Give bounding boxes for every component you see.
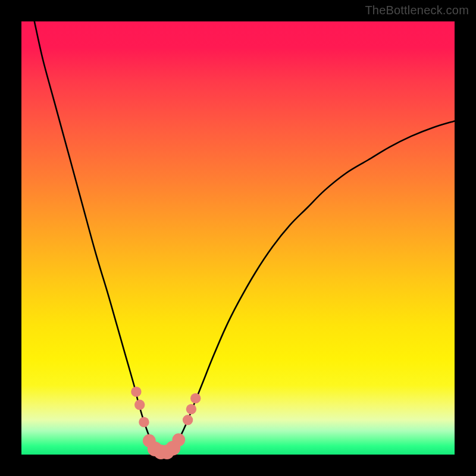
curve-marker (131, 387, 141, 397)
curve-marker (186, 404, 196, 414)
chart-plot-area (21, 21, 455, 455)
curve-marker (134, 400, 145, 410)
chart-svg (21, 21, 455, 455)
curve-markers (131, 387, 201, 459)
curve-marker (190, 393, 201, 403)
curve-marker (183, 415, 193, 425)
curve-line (35, 21, 455, 453)
curve-marker (139, 417, 149, 427)
watermark-text: TheBottleneck.com (365, 4, 469, 17)
chart-frame: TheBottleneck.com (0, 0, 476, 476)
curve-marker (172, 433, 185, 446)
